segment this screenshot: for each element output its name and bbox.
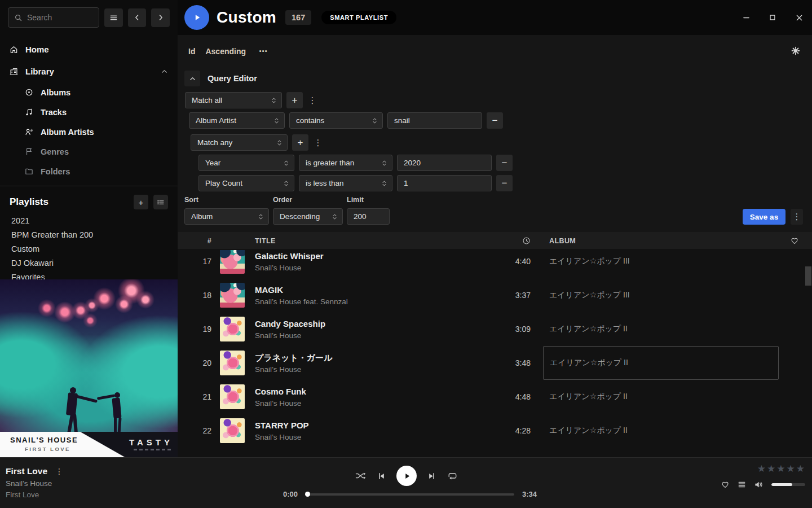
volume-fill [771,483,792,486]
back-button[interactable] [128,8,147,27]
collapse-query-button[interactable] [184,71,200,86]
queue-button[interactable] [738,480,746,489]
sidebar-item-folders[interactable]: Folders [0,161,178,181]
play-playlist-button[interactable] [184,5,209,30]
add-rule-button[interactable]: + [292,134,308,151]
sort-more-button[interactable]: ⋯ [259,46,268,56]
playlist-list-button[interactable] [153,195,168,209]
volume-button[interactable] [754,480,764,489]
sidebar-item-album-artists[interactable]: Album Artists [0,122,178,142]
remove-rule-button[interactable]: − [496,175,513,191]
match-type-select[interactable]: Match all [185,92,282,108]
forward-button[interactable] [151,8,170,27]
rule-field-select[interactable]: Year [198,155,294,171]
rule-field-select[interactable]: Album Artist [189,112,285,129]
remove-rule-button[interactable]: − [487,112,503,129]
group-menu-button[interactable]: ⋮ [313,134,323,151]
track-album[interactable]: エイリアン☆ポップ II [543,346,779,380]
next-button[interactable] [427,472,436,480]
rule-operator-select[interactable]: is less than [299,175,392,191]
playlist-item[interactable]: 2021 [0,213,178,227]
track-row[interactable]: 21Cosmo FunkSnail’s House4:48エイリアン☆ポップ I… [178,380,812,414]
select-caret-icon [277,139,282,147]
rating-star[interactable]: ★ [796,464,805,474]
playlist-item[interactable]: Custom [0,242,178,256]
track-number: 22 [178,426,218,435]
query-menu-button[interactable]: ⋮ [791,209,803,225]
track-album[interactable]: エイリアン☆ポップ II [543,414,779,448]
sidebar-item-library[interactable]: Library [0,60,178,82]
clock-icon [522,237,531,245]
rating-star[interactable]: ★ [767,464,775,474]
rule-value-input[interactable] [397,175,492,191]
track-artist: Snail’s House [255,398,498,408]
library-item-label: Genres [41,147,69,156]
settings-button[interactable] [791,46,800,57]
track-menu-button[interactable]: ⋮ [55,467,63,476]
repeat-button[interactable] [447,471,457,480]
order-select[interactable]: Descending [273,208,343,225]
column-title[interactable]: TITLE [253,237,498,245]
seek-bar[interactable] [306,493,514,496]
rule-value-input[interactable] [387,112,482,129]
favorite-button[interactable] [721,480,730,489]
track-duration: 3:48 [498,358,543,367]
select-caret-icon [271,97,276,104]
search-box[interactable] [8,7,99,28]
play-button[interactable] [396,466,417,486]
group-menu-button[interactable]: ⋮ [307,92,317,108]
save-as-button[interactable]: Save as [743,209,785,225]
sort-select[interactable]: Album [184,208,269,225]
seek-thumb[interactable] [305,492,310,497]
rule-operator-select[interactable]: contains [289,112,383,129]
sidebar-item-home[interactable]: Home [0,38,178,60]
track-album[interactable]: エイリアン☆ポップ III [543,278,779,312]
track-row[interactable]: 18MAGIKSnail’s House feat. Sennzai3:37エイ… [178,278,812,312]
sidebar-item-tracks[interactable]: Tracks [0,102,178,122]
sort-field[interactable]: Id [188,47,195,56]
volume-slider[interactable] [771,483,805,486]
match-type-select[interactable]: Match any [191,134,288,151]
rule-value-input[interactable] [397,155,492,171]
library-label: Library [25,67,54,76]
search-input[interactable] [27,13,93,22]
maximize-button[interactable] [768,13,777,22]
sort-direction[interactable]: Ascending [205,47,246,56]
sidebar-item-genres[interactable]: Genres [0,142,178,161]
add-rule-button[interactable]: + [286,92,303,108]
minimize-button[interactable] [742,13,751,22]
column-album[interactable]: ALBUM [543,237,779,245]
column-number[interactable]: # [178,237,218,245]
menu-button[interactable] [104,8,123,27]
chevron-up-icon[interactable] [161,68,168,75]
artwork-album: FIRST LOVE [25,446,70,452]
album-art-thumbnail [220,283,245,308]
playlist-item[interactable]: DJ Okawari [0,256,178,270]
rule-operator-select[interactable]: is greater than [299,155,392,171]
track-row[interactable]: 22STARRY POPSnail’s House4:28エイリアン☆ポップ I… [178,414,812,448]
shuffle-button[interactable] [355,471,367,480]
close-button[interactable] [795,13,804,22]
playlist-item[interactable]: BPM Greater than 200 [0,227,178,242]
scrollbar-thumb[interactable] [805,266,811,286]
chevron-left-icon [133,14,141,21]
total-time: 3:34 [522,490,541,498]
select-caret-icon [372,117,377,125]
rating-star[interactable]: ★ [776,464,785,474]
rule-field-select[interactable]: Play Count [198,175,294,191]
now-playing-artwork[interactable]: TASTY SNAIL'S HOUSE FIRST LOVE [0,279,178,457]
column-duration[interactable] [498,237,543,245]
track-row[interactable]: 19Candy SpaceshipSnail’s House3:09エイリアン☆… [178,312,812,346]
track-row[interactable]: 20プラネット・ガールSnail’s House3:48エイリアン☆ポップ II [178,346,812,380]
column-favorite[interactable] [779,237,812,245]
playlists-title: Playlists [10,196,48,208]
rating-star[interactable]: ★ [757,464,766,474]
sidebar-item-albums[interactable]: Albums [0,82,178,102]
track-album[interactable]: エイリアン☆ポップ II [543,380,779,414]
previous-button[interactable] [377,472,386,480]
track-album[interactable]: エイリアン☆ポップ II [543,312,779,346]
rating-star[interactable]: ★ [787,464,795,474]
remove-rule-button[interactable]: − [496,155,513,171]
add-playlist-button[interactable]: + [134,195,148,209]
limit-input[interactable] [347,208,390,225]
